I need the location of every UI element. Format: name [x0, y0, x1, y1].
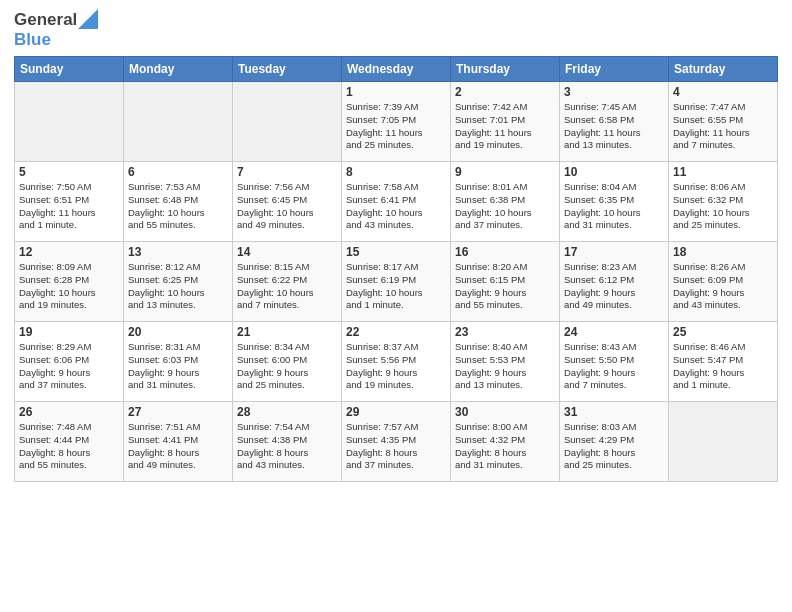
calendar-cell: 30Sunrise: 8:00 AM Sunset: 4:32 PM Dayli…: [451, 402, 560, 482]
calendar-cell: 29Sunrise: 7:57 AM Sunset: 4:35 PM Dayli…: [342, 402, 451, 482]
calendar-week-row: 12Sunrise: 8:09 AM Sunset: 6:28 PM Dayli…: [15, 242, 778, 322]
day-number: 4: [673, 85, 773, 99]
calendar-cell: 4Sunrise: 7:47 AM Sunset: 6:55 PM Daylig…: [669, 82, 778, 162]
day-info: Sunrise: 7:54 AM Sunset: 4:38 PM Dayligh…: [237, 421, 337, 472]
day-info: Sunrise: 7:58 AM Sunset: 6:41 PM Dayligh…: [346, 181, 446, 232]
calendar-cell: 28Sunrise: 7:54 AM Sunset: 4:38 PM Dayli…: [233, 402, 342, 482]
calendar-header-friday: Friday: [560, 57, 669, 82]
day-number: 13: [128, 245, 228, 259]
calendar-cell: 19Sunrise: 8:29 AM Sunset: 6:06 PM Dayli…: [15, 322, 124, 402]
calendar-header-tuesday: Tuesday: [233, 57, 342, 82]
day-info: Sunrise: 8:46 AM Sunset: 5:47 PM Dayligh…: [673, 341, 773, 392]
calendar-cell: 5Sunrise: 7:50 AM Sunset: 6:51 PM Daylig…: [15, 162, 124, 242]
page-container: General Blue SundayMondayTuesdayWednesda…: [0, 0, 792, 490]
day-info: Sunrise: 8:37 AM Sunset: 5:56 PM Dayligh…: [346, 341, 446, 392]
day-info: Sunrise: 7:47 AM Sunset: 6:55 PM Dayligh…: [673, 101, 773, 152]
calendar-cell: 2Sunrise: 7:42 AM Sunset: 7:01 PM Daylig…: [451, 82, 560, 162]
day-info: Sunrise: 8:09 AM Sunset: 6:28 PM Dayligh…: [19, 261, 119, 312]
calendar-cell: 25Sunrise: 8:46 AM Sunset: 5:47 PM Dayli…: [669, 322, 778, 402]
day-number: 15: [346, 245, 446, 259]
calendar-cell: 26Sunrise: 7:48 AM Sunset: 4:44 PM Dayli…: [15, 402, 124, 482]
calendar-week-row: 1Sunrise: 7:39 AM Sunset: 7:05 PM Daylig…: [15, 82, 778, 162]
day-info: Sunrise: 8:12 AM Sunset: 6:25 PM Dayligh…: [128, 261, 228, 312]
calendar-cell: 9Sunrise: 8:01 AM Sunset: 6:38 PM Daylig…: [451, 162, 560, 242]
day-info: Sunrise: 8:31 AM Sunset: 6:03 PM Dayligh…: [128, 341, 228, 392]
calendar-cell: 6Sunrise: 7:53 AM Sunset: 6:48 PM Daylig…: [124, 162, 233, 242]
day-number: 19: [19, 325, 119, 339]
logo-general-text: General: [14, 10, 77, 30]
day-info: Sunrise: 8:34 AM Sunset: 6:00 PM Dayligh…: [237, 341, 337, 392]
calendar-cell: 15Sunrise: 8:17 AM Sunset: 6:19 PM Dayli…: [342, 242, 451, 322]
calendar-week-row: 26Sunrise: 7:48 AM Sunset: 4:44 PM Dayli…: [15, 402, 778, 482]
day-info: Sunrise: 8:15 AM Sunset: 6:22 PM Dayligh…: [237, 261, 337, 312]
calendar-cell: 14Sunrise: 8:15 AM Sunset: 6:22 PM Dayli…: [233, 242, 342, 322]
calendar-week-row: 19Sunrise: 8:29 AM Sunset: 6:06 PM Dayli…: [15, 322, 778, 402]
calendar-header-thursday: Thursday: [451, 57, 560, 82]
page-header: General Blue: [14, 10, 778, 50]
calendar-header-row: SundayMondayTuesdayWednesdayThursdayFrid…: [15, 57, 778, 82]
calendar-header-monday: Monday: [124, 57, 233, 82]
day-info: Sunrise: 8:40 AM Sunset: 5:53 PM Dayligh…: [455, 341, 555, 392]
day-info: Sunrise: 7:56 AM Sunset: 6:45 PM Dayligh…: [237, 181, 337, 232]
calendar-cell: 16Sunrise: 8:20 AM Sunset: 6:15 PM Dayli…: [451, 242, 560, 322]
calendar-header-wednesday: Wednesday: [342, 57, 451, 82]
calendar-cell: 11Sunrise: 8:06 AM Sunset: 6:32 PM Dayli…: [669, 162, 778, 242]
day-number: 26: [19, 405, 119, 419]
calendar-cell: 8Sunrise: 7:58 AM Sunset: 6:41 PM Daylig…: [342, 162, 451, 242]
calendar-cell: 10Sunrise: 8:04 AM Sunset: 6:35 PM Dayli…: [560, 162, 669, 242]
calendar-cell: 1Sunrise: 7:39 AM Sunset: 7:05 PM Daylig…: [342, 82, 451, 162]
calendar-cell: 18Sunrise: 8:26 AM Sunset: 6:09 PM Dayli…: [669, 242, 778, 322]
day-number: 17: [564, 245, 664, 259]
calendar-cell: 12Sunrise: 8:09 AM Sunset: 6:28 PM Dayli…: [15, 242, 124, 322]
calendar-cell: 22Sunrise: 8:37 AM Sunset: 5:56 PM Dayli…: [342, 322, 451, 402]
day-number: 28: [237, 405, 337, 419]
day-number: 11: [673, 165, 773, 179]
day-info: Sunrise: 7:45 AM Sunset: 6:58 PM Dayligh…: [564, 101, 664, 152]
day-number: 23: [455, 325, 555, 339]
day-number: 9: [455, 165, 555, 179]
day-number: 10: [564, 165, 664, 179]
day-info: Sunrise: 8:04 AM Sunset: 6:35 PM Dayligh…: [564, 181, 664, 232]
day-number: 24: [564, 325, 664, 339]
day-number: 27: [128, 405, 228, 419]
calendar-table: SundayMondayTuesdayWednesdayThursdayFrid…: [14, 56, 778, 482]
day-number: 5: [19, 165, 119, 179]
day-info: Sunrise: 8:43 AM Sunset: 5:50 PM Dayligh…: [564, 341, 664, 392]
day-number: 7: [237, 165, 337, 179]
day-number: 21: [237, 325, 337, 339]
calendar-cell: 13Sunrise: 8:12 AM Sunset: 6:25 PM Dayli…: [124, 242, 233, 322]
day-number: 20: [128, 325, 228, 339]
day-number: 14: [237, 245, 337, 259]
calendar-cell: 31Sunrise: 8:03 AM Sunset: 4:29 PM Dayli…: [560, 402, 669, 482]
day-info: Sunrise: 8:23 AM Sunset: 6:12 PM Dayligh…: [564, 261, 664, 312]
calendar-cell: 21Sunrise: 8:34 AM Sunset: 6:00 PM Dayli…: [233, 322, 342, 402]
calendar-header-sunday: Sunday: [15, 57, 124, 82]
day-number: 31: [564, 405, 664, 419]
day-number: 12: [19, 245, 119, 259]
calendar-cell: 27Sunrise: 7:51 AM Sunset: 4:41 PM Dayli…: [124, 402, 233, 482]
day-info: Sunrise: 8:06 AM Sunset: 6:32 PM Dayligh…: [673, 181, 773, 232]
day-info: Sunrise: 7:48 AM Sunset: 4:44 PM Dayligh…: [19, 421, 119, 472]
day-info: Sunrise: 8:29 AM Sunset: 6:06 PM Dayligh…: [19, 341, 119, 392]
calendar-cell: 3Sunrise: 7:45 AM Sunset: 6:58 PM Daylig…: [560, 82, 669, 162]
day-number: 30: [455, 405, 555, 419]
calendar-cell: [15, 82, 124, 162]
day-info: Sunrise: 8:26 AM Sunset: 6:09 PM Dayligh…: [673, 261, 773, 312]
day-info: Sunrise: 7:51 AM Sunset: 4:41 PM Dayligh…: [128, 421, 228, 472]
logo-icon: [78, 9, 98, 29]
day-info: Sunrise: 7:57 AM Sunset: 4:35 PM Dayligh…: [346, 421, 446, 472]
logo: General Blue: [14, 10, 98, 50]
day-number: 25: [673, 325, 773, 339]
day-number: 6: [128, 165, 228, 179]
calendar-cell: 24Sunrise: 8:43 AM Sunset: 5:50 PM Dayli…: [560, 322, 669, 402]
day-info: Sunrise: 8:00 AM Sunset: 4:32 PM Dayligh…: [455, 421, 555, 472]
day-number: 3: [564, 85, 664, 99]
day-info: Sunrise: 8:17 AM Sunset: 6:19 PM Dayligh…: [346, 261, 446, 312]
day-info: Sunrise: 8:01 AM Sunset: 6:38 PM Dayligh…: [455, 181, 555, 232]
day-info: Sunrise: 8:03 AM Sunset: 4:29 PM Dayligh…: [564, 421, 664, 472]
calendar-cell: 23Sunrise: 8:40 AM Sunset: 5:53 PM Dayli…: [451, 322, 560, 402]
day-number: 18: [673, 245, 773, 259]
calendar-cell: 17Sunrise: 8:23 AM Sunset: 6:12 PM Dayli…: [560, 242, 669, 322]
calendar-cell: 20Sunrise: 8:31 AM Sunset: 6:03 PM Dayli…: [124, 322, 233, 402]
svg-marker-0: [78, 9, 98, 29]
